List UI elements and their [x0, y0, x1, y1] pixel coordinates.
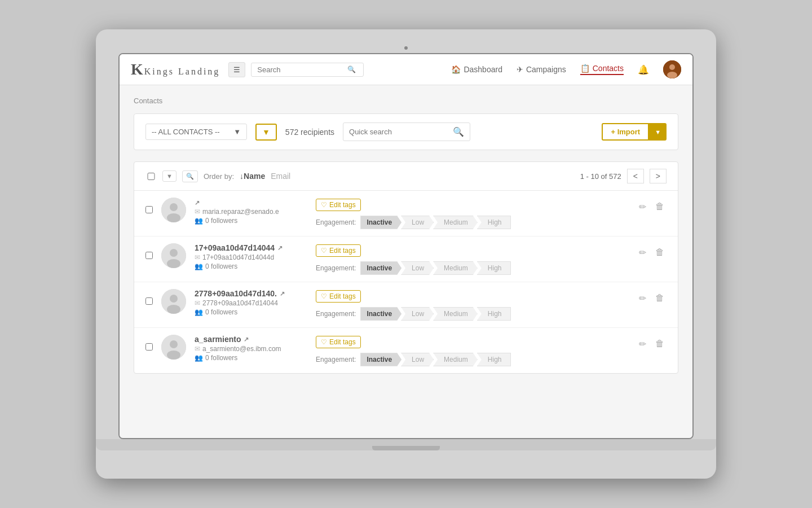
campaigns-icon: ✈ [517, 65, 523, 74]
row-checkbox[interactable] [145, 343, 153, 351]
heart-icon: ♡ [321, 201, 327, 209]
followers-icon: 👥 [195, 217, 203, 225]
engagement-step-low[interactable]: Low [401, 307, 434, 321]
row-actions: ✏ 🗑 [637, 198, 667, 213]
edit-button[interactable]: ✏ [637, 246, 648, 259]
contact-email-text: 17+09aa10d47d14044d [202, 253, 274, 261]
sort-name-button[interactable]: ↓Name [240, 172, 265, 181]
table-row: a_sarmiento ↗ ✉ a_sarmiento@es.ibm.com 👥… [134, 328, 678, 373]
engagement-row: Engagement: InactiveLowMediumHigh [316, 261, 628, 275]
table-row: 2778+09aa10d47d140. ↗ ✉ 2778+09aa10d47d1… [134, 282, 678, 328]
svg-point-14 [167, 351, 180, 360]
edit-tags-button[interactable]: ♡ Edit tags [316, 336, 361, 348]
edit-tags-label: Edit tags [329, 338, 356, 346]
avatar-initial [663, 60, 681, 78]
heart-icon: ♡ [321, 247, 327, 255]
delete-button[interactable]: 🗑 [653, 338, 667, 350]
row-actions: ✏ 🗑 [637, 289, 667, 305]
nav-link-campaigns[interactable]: ✈ Campaigns [517, 65, 566, 74]
filter-icon: ▼ [262, 128, 270, 137]
nav-label-contacts: Contacts [593, 64, 624, 73]
engagement-step-medium[interactable]: Medium [433, 261, 478, 275]
engagement-step-low[interactable]: Low [401, 261, 434, 275]
engagement-step-medium[interactable]: Medium [433, 216, 478, 229]
engagement-step-high[interactable]: High [477, 261, 511, 275]
contacts-select[interactable]: -- ALL CONTACTS -- ▼ [145, 124, 247, 140]
nav-search-input[interactable] [257, 65, 347, 74]
edit-button[interactable]: ✏ [637, 338, 648, 351]
engagement-step-inactive[interactable]: Inactive [360, 353, 401, 366]
select-all-checkbox[interactable] [145, 173, 157, 180]
external-link-icon[interactable]: ↗ [280, 290, 285, 297]
import-group: + Import ▼ [602, 123, 667, 141]
edit-tags-button[interactable]: ♡ Edit tags [316, 290, 361, 303]
filter-button[interactable]: ▼ [255, 124, 277, 141]
user-avatar[interactable] [663, 60, 681, 78]
notification-bell-icon[interactable]: 🔔 [638, 64, 649, 75]
import-dropdown-button[interactable]: ▼ [649, 123, 667, 141]
engagement-step-high[interactable]: High [477, 216, 511, 229]
svg-point-10 [170, 295, 178, 303]
select-chevron-icon: ▼ [233, 128, 241, 136]
contact-name[interactable]: 2778+09aa10d47d140. ↗ [195, 289, 307, 298]
delete-button[interactable]: 🗑 [653, 292, 667, 304]
contact-email: ✉ 2778+09aa10d47d14044 [195, 299, 307, 307]
engagement-step-high[interactable]: High [477, 307, 511, 321]
nav-label-campaigns: Campaigns [526, 65, 566, 74]
nav-link-dashboard[interactable]: 🏠 Dashboard [451, 65, 502, 74]
email-icon: ✉ [195, 208, 200, 216]
engagement-step-high[interactable]: High [477, 353, 511, 366]
svg-point-1 [669, 64, 675, 70]
delete-button[interactable]: 🗑 [653, 246, 667, 259]
contacts-icon: 📋 [580, 64, 590, 73]
table-filter-button[interactable]: ▼ [162, 170, 176, 182]
table-search-button[interactable]: 🔍 [182, 170, 198, 182]
followers-icon: 👥 [195, 354, 203, 362]
contact-name[interactable]: a_sarmiento ↗ [195, 335, 307, 344]
svg-point-5 [167, 213, 180, 222]
prev-page-button[interactable]: < [627, 169, 644, 183]
nav-label-dashboard: Dashboard [464, 65, 502, 74]
laptop-base [96, 439, 716, 450]
external-link-icon[interactable]: ↗ [195, 199, 200, 206]
engagement-step-inactive[interactable]: Inactive [360, 261, 401, 275]
delete-button[interactable]: 🗑 [653, 200, 667, 213]
nav-search-bar: 🔍 [251, 63, 364, 77]
engagement-step-low[interactable]: Low [401, 353, 434, 366]
table-header: ▼ 🔍 Order by: ↓Name Email 1 - 10 of 572 … [134, 162, 678, 191]
contact-name-text: 2778+09aa10d47d140. [195, 289, 277, 298]
row-checkbox[interactable] [145, 252, 153, 259]
contact-email-text: 2778+09aa10d47d14044 [202, 299, 278, 307]
svg-point-11 [167, 305, 180, 314]
contact-name[interactable]: ↗ [195, 198, 307, 207]
engagement-step-inactive[interactable]: Inactive [360, 216, 401, 229]
quick-search-input[interactable] [349, 128, 453, 136]
heart-icon: ♡ [321, 338, 327, 346]
sort-email-button[interactable]: Email [271, 172, 290, 181]
dashboard-icon: 🏠 [451, 65, 461, 74]
order-by-label: Order by: [204, 172, 234, 181]
row-checkbox[interactable] [145, 297, 153, 305]
import-button[interactable]: + Import [602, 123, 649, 141]
contacts-select-value: -- ALL CONTACTS -- [152, 128, 220, 136]
edit-button[interactable]: ✏ [637, 200, 648, 213]
external-link-icon[interactable]: ↗ [244, 336, 249, 343]
contact-name[interactable]: 17+09aa10d47d14044 ↗ [195, 243, 307, 252]
edit-tags-button[interactable]: ♡ Edit tags [316, 199, 361, 211]
engagement-step-inactive[interactable]: Inactive [360, 307, 401, 321]
edit-button[interactable]: ✏ [637, 292, 648, 305]
contact-name-text: ↗ [195, 198, 200, 207]
engagement-step-medium[interactable]: Medium [433, 307, 478, 321]
external-link-icon[interactable]: ↗ [277, 244, 283, 252]
contact-followers: 👥 0 followers [195, 308, 307, 316]
contact-email: ✉ 17+09aa10d47d14044d [195, 253, 307, 261]
engagement-steps: InactiveLowMediumHigh [360, 307, 511, 321]
nav-link-contacts[interactable]: 📋 Contacts [580, 64, 624, 75]
next-page-button[interactable]: > [650, 169, 667, 183]
contact-followers: 👥 0 followers [195, 354, 307, 362]
row-checkbox[interactable] [145, 206, 153, 213]
engagement-step-low[interactable]: Low [401, 216, 434, 229]
engagement-step-medium[interactable]: Medium [433, 353, 478, 366]
hamburger-button[interactable]: ☰ [228, 62, 245, 77]
edit-tags-button[interactable]: ♡ Edit tags [316, 244, 361, 257]
